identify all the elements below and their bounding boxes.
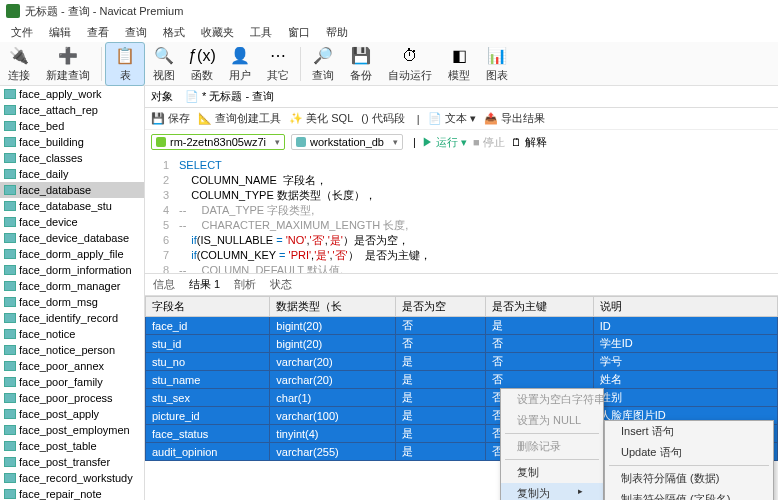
table-item[interactable]: face_notice [0, 326, 144, 342]
toolbar-button[interactable]: 🔌连接 [0, 43, 38, 85]
context-menu[interactable]: 设置为空白字符串 设置为 NULL 删除记录 复制 复制为 粘贴 显示 [500, 388, 604, 500]
column-header[interactable]: 数据类型（长 [270, 297, 395, 317]
table-item[interactable]: face_poor_family [0, 374, 144, 390]
cell[interactable]: stu_sex [146, 389, 270, 407]
stop-button[interactable]: ■ 停止 [473, 135, 505, 150]
menu-item[interactable]: 帮助 [319, 23, 355, 42]
cell[interactable]: varchar(20) [270, 371, 395, 389]
beautify-button[interactable]: ✨ 美化 SQL [289, 111, 353, 126]
database-select[interactable]: workstation_db [291, 134, 403, 150]
cell[interactable]: face_status [146, 425, 270, 443]
connection-select[interactable]: rm-2zetn83n05wz7i [151, 134, 285, 150]
table-item[interactable]: face_device [0, 214, 144, 230]
menu-item[interactable]: 查看 [80, 23, 116, 42]
table-item[interactable]: face_identify_record [0, 310, 144, 326]
cell[interactable]: audit_opinion [146, 443, 270, 461]
table-item[interactable]: face_dorm_manager [0, 278, 144, 294]
submenu-insert[interactable]: Insert 语句 [605, 421, 773, 442]
toolbar-button[interactable]: ⋯其它 [259, 43, 297, 85]
cell[interactable]: 否 [485, 353, 593, 371]
toolbar-button[interactable]: ⏱自动运行 [380, 43, 440, 85]
code-segment-button[interactable]: () 代码段 [361, 111, 404, 126]
table-item[interactable]: face_apply_work [0, 86, 144, 102]
table-item[interactable]: face_poor_process [0, 390, 144, 406]
cell[interactable]: 是 [395, 389, 485, 407]
column-header[interactable]: 是否为空 [395, 297, 485, 317]
table-item[interactable]: face_dorm_msg [0, 294, 144, 310]
toolbar-button[interactable]: 📋表 [105, 42, 145, 86]
menu-item[interactable]: 编辑 [42, 23, 78, 42]
table-item[interactable]: face_database_stu [0, 198, 144, 214]
table-item[interactable]: face_repair_note [0, 486, 144, 500]
toolbar-button[interactable]: 🔍视图 [145, 43, 183, 85]
export-button[interactable]: 📤 导出结果 [484, 111, 545, 126]
tab-query[interactable]: 📄 * 无标题 - 查询 [185, 89, 274, 104]
table-item[interactable]: face_attach_rep [0, 102, 144, 118]
table-item[interactable]: face_notice_person [0, 342, 144, 358]
sql-editor[interactable]: 1SELECT2 COLUMN_NAME 字段名，3 COLUMN_TYPE 数… [145, 154, 778, 274]
table-item[interactable]: face_classes [0, 150, 144, 166]
table-item[interactable]: face_post_transfer [0, 454, 144, 470]
cell[interactable]: 否 [395, 335, 485, 353]
cell[interactable]: varchar(255) [270, 443, 395, 461]
tab-status[interactable]: 状态 [270, 277, 292, 292]
menu-item[interactable]: 查询 [118, 23, 154, 42]
cell[interactable]: char(1) [270, 389, 395, 407]
table-item[interactable]: face_dorm_apply_file [0, 246, 144, 262]
menu-item[interactable]: 格式 [156, 23, 192, 42]
cell[interactable]: 学号 [593, 353, 777, 371]
cell[interactable]: 是 [395, 407, 485, 425]
tab-result1[interactable]: 结果 1 [189, 277, 220, 292]
sidebar[interactable]: face_apply_workface_attach_repface_bedfa… [0, 86, 145, 500]
submenu-tab-data[interactable]: 制表符分隔值 (数据) [605, 468, 773, 489]
cell[interactable]: stu_id [146, 335, 270, 353]
table-item[interactable]: face_bed [0, 118, 144, 134]
table-item[interactable]: face_record_workstudy [0, 470, 144, 486]
text-button[interactable]: 📄 文本 ▾ [428, 111, 476, 126]
cell[interactable]: 是 [395, 425, 485, 443]
menu-item[interactable]: 收藏夹 [194, 23, 241, 42]
cell[interactable]: 否 [485, 335, 593, 353]
cell[interactable]: stu_name [146, 371, 270, 389]
table-item[interactable]: face_database [0, 182, 144, 198]
cell[interactable]: 是 [395, 443, 485, 461]
table-item[interactable]: face_post_apply [0, 406, 144, 422]
cell[interactable]: 是 [485, 317, 593, 335]
context-submenu[interactable]: Insert 语句 Update 语句 制表符分隔值 (数据) 制表符分隔值 (… [604, 420, 774, 500]
submenu-tab-fields[interactable]: 制表符分隔值 (字段名) [605, 489, 773, 500]
table-item[interactable]: face_post_employmen [0, 422, 144, 438]
menu-set-null[interactable]: 设置为 NULL [501, 410, 603, 431]
menu-item[interactable]: 窗口 [281, 23, 317, 42]
cell[interactable]: picture_id [146, 407, 270, 425]
toolbar-button[interactable]: 👤用户 [221, 43, 259, 85]
toolbar-button[interactable]: ➕新建查询 [38, 43, 98, 85]
table-item[interactable]: face_device_database [0, 230, 144, 246]
query-builder-button[interactable]: 📐 查询创建工具 [198, 111, 281, 126]
cell[interactable]: tinyint(4) [270, 425, 395, 443]
tab-profile[interactable]: 剖析 [234, 277, 256, 292]
cell[interactable]: varchar(20) [270, 353, 395, 371]
toolbar-button[interactable]: ƒ(x)函数 [183, 43, 221, 85]
cell[interactable]: face_id [146, 317, 270, 335]
tab-objects[interactable]: 对象 [151, 89, 173, 104]
column-header[interactable]: 说明 [593, 297, 777, 317]
menu-copy[interactable]: 复制 [501, 462, 603, 483]
menu-set-blank[interactable]: 设置为空白字符串 [501, 389, 603, 410]
explain-button[interactable]: 🗒 解释 [511, 135, 547, 150]
menu-item[interactable]: 文件 [4, 23, 40, 42]
submenu-update[interactable]: Update 语句 [605, 442, 773, 463]
menu-delete[interactable]: 删除记录 [501, 436, 603, 457]
table-item[interactable]: face_post_table [0, 438, 144, 454]
cell[interactable]: bigint(20) [270, 317, 395, 335]
table-item[interactable]: face_building [0, 134, 144, 150]
cell[interactable]: bigint(20) [270, 335, 395, 353]
cell[interactable]: ID [593, 317, 777, 335]
column-header[interactable]: 是否为主键 [485, 297, 593, 317]
cell[interactable]: 性别 [593, 389, 777, 407]
cell[interactable]: 否 [485, 371, 593, 389]
cell[interactable]: 否 [395, 317, 485, 335]
toolbar-button[interactable]: 📊图表 [478, 43, 516, 85]
table-item[interactable]: face_daily [0, 166, 144, 182]
cell[interactable]: varchar(100) [270, 407, 395, 425]
toolbar-button[interactable]: ◧模型 [440, 43, 478, 85]
